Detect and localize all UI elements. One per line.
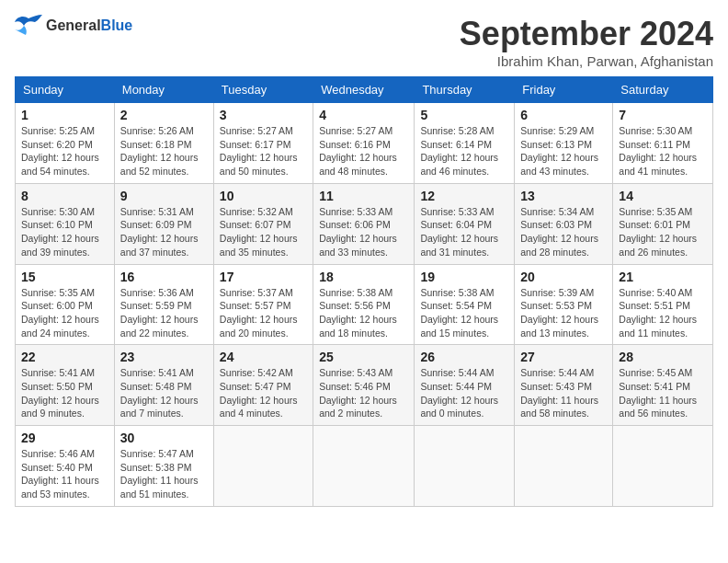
day-info: Sunrise: 5:27 AMSunset: 6:16 PMDaylight:… [319, 125, 397, 177]
logo-icon [15, 15, 42, 37]
day-info: Sunrise: 5:47 AMSunset: 5:38 PMDaylight:… [120, 448, 199, 500]
day-info: Sunrise: 5:28 AMSunset: 6:14 PMDaylight:… [420, 125, 498, 177]
calendar-cell: 28Sunrise: 5:45 AMSunset: 5:41 PMDayligh… [613, 345, 713, 426]
title-section: September 2024 Ibrahim Khan, Parwan, Afg… [460, 15, 713, 69]
logo-text: GeneralBlue [46, 17, 132, 34]
page-header: GeneralBlue September 2024 Ibrahim Khan,… [15, 15, 713, 69]
calendar-cell: 25Sunrise: 5:43 AMSunset: 5:46 PMDayligh… [313, 345, 415, 426]
day-number: 26 [420, 350, 508, 364]
calendar-cell: 13Sunrise: 5:34 AMSunset: 6:03 PMDayligh… [515, 183, 613, 264]
day-number: 5 [420, 108, 508, 122]
day-info: Sunrise: 5:41 AMSunset: 5:50 PMDaylight:… [21, 367, 99, 419]
calendar-cell: 15Sunrise: 5:35 AMSunset: 6:00 PMDayligh… [16, 264, 115, 345]
calendar-cell: 19Sunrise: 5:38 AMSunset: 5:54 PMDayligh… [415, 264, 515, 345]
calendar-cell [213, 426, 313, 507]
calendar-cell: 7Sunrise: 5:30 AMSunset: 6:11 PMDaylight… [613, 103, 713, 184]
day-info: Sunrise: 5:32 AMSunset: 6:07 PMDaylight:… [220, 206, 298, 258]
calendar-cell: 14Sunrise: 5:35 AMSunset: 6:01 PMDayligh… [613, 183, 713, 264]
calendar-cell: 23Sunrise: 5:41 AMSunset: 5:48 PMDayligh… [114, 345, 213, 426]
day-info: Sunrise: 5:38 AMSunset: 5:54 PMDaylight:… [420, 287, 498, 339]
day-info: Sunrise: 5:39 AMSunset: 5:53 PMDaylight:… [520, 287, 598, 339]
calendar-cell: 6Sunrise: 5:29 AMSunset: 6:13 PMDaylight… [515, 103, 613, 184]
day-info: Sunrise: 5:35 AMSunset: 6:00 PMDaylight:… [21, 287, 99, 339]
logo: GeneralBlue [15, 15, 132, 37]
day-number: 13 [520, 189, 607, 203]
calendar-cell: 18Sunrise: 5:38 AMSunset: 5:56 PMDayligh… [313, 264, 415, 345]
day-number: 27 [520, 350, 607, 364]
day-info: Sunrise: 5:40 AMSunset: 5:51 PMDaylight:… [619, 287, 697, 339]
day-info: Sunrise: 5:43 AMSunset: 5:46 PMDaylight:… [319, 367, 397, 419]
day-number: 11 [319, 189, 408, 203]
day-number: 6 [520, 108, 607, 122]
calendar-cell: 3Sunrise: 5:27 AMSunset: 6:17 PMDaylight… [213, 103, 313, 184]
day-number: 28 [619, 350, 707, 364]
col-thursday: Thursday [415, 77, 515, 103]
day-info: Sunrise: 5:33 AMSunset: 6:04 PMDaylight:… [420, 206, 498, 258]
day-number: 12 [420, 189, 508, 203]
col-monday: Monday [114, 77, 213, 103]
day-number: 17 [220, 270, 307, 284]
calendar-cell: 9Sunrise: 5:31 AMSunset: 6:09 PMDaylight… [114, 183, 213, 264]
day-info: Sunrise: 5:46 AMSunset: 5:40 PMDaylight:… [21, 448, 99, 500]
day-number: 1 [21, 108, 108, 122]
day-number: 16 [120, 270, 208, 284]
calendar-cell: 17Sunrise: 5:37 AMSunset: 5:57 PMDayligh… [213, 264, 313, 345]
day-number: 23 [120, 350, 208, 364]
calendar-cell: 30Sunrise: 5:47 AMSunset: 5:38 PMDayligh… [114, 426, 213, 507]
col-tuesday: Tuesday [213, 77, 313, 103]
calendar-cell: 29Sunrise: 5:46 AMSunset: 5:40 PMDayligh… [16, 426, 115, 507]
day-number: 15 [21, 270, 108, 284]
day-number: 9 [120, 189, 208, 203]
calendar-cell: 1Sunrise: 5:25 AMSunset: 6:20 PMDaylight… [16, 103, 115, 184]
day-info: Sunrise: 5:37 AMSunset: 5:57 PMDaylight:… [220, 287, 298, 339]
day-number: 3 [220, 108, 307, 122]
day-number: 19 [420, 270, 508, 284]
calendar-cell: 11Sunrise: 5:33 AMSunset: 6:06 PMDayligh… [313, 183, 415, 264]
calendar-cell: 21Sunrise: 5:40 AMSunset: 5:51 PMDayligh… [613, 264, 713, 345]
day-number: 30 [120, 431, 208, 445]
calendar-cell: 10Sunrise: 5:32 AMSunset: 6:07 PMDayligh… [213, 183, 313, 264]
day-info: Sunrise: 5:41 AMSunset: 5:48 PMDaylight:… [120, 367, 199, 419]
week-row-4: 29Sunrise: 5:46 AMSunset: 5:40 PMDayligh… [16, 426, 713, 507]
day-number: 21 [619, 270, 707, 284]
calendar-cell: 5Sunrise: 5:28 AMSunset: 6:14 PMDaylight… [415, 103, 515, 184]
calendar-cell [515, 426, 613, 507]
col-wednesday: Wednesday [313, 77, 415, 103]
week-row-2: 15Sunrise: 5:35 AMSunset: 6:00 PMDayligh… [16, 264, 713, 345]
day-info: Sunrise: 5:36 AMSunset: 5:59 PMDaylight:… [120, 287, 199, 339]
day-info: Sunrise: 5:25 AMSunset: 6:20 PMDaylight:… [21, 125, 99, 177]
calendar-cell [613, 426, 713, 507]
day-info: Sunrise: 5:45 AMSunset: 5:41 PMDaylight:… [619, 367, 697, 419]
day-info: Sunrise: 5:42 AMSunset: 5:47 PMDaylight:… [220, 367, 298, 419]
calendar-cell: 12Sunrise: 5:33 AMSunset: 6:04 PMDayligh… [415, 183, 515, 264]
calendar-cell [415, 426, 515, 507]
day-number: 24 [220, 350, 307, 364]
day-number: 8 [21, 189, 108, 203]
calendar-cell: 24Sunrise: 5:42 AMSunset: 5:47 PMDayligh… [213, 345, 313, 426]
calendar-cell: 20Sunrise: 5:39 AMSunset: 5:53 PMDayligh… [515, 264, 613, 345]
day-number: 2 [120, 108, 208, 122]
month-title: September 2024 [460, 15, 713, 53]
calendar-cell: 22Sunrise: 5:41 AMSunset: 5:50 PMDayligh… [16, 345, 115, 426]
day-info: Sunrise: 5:34 AMSunset: 6:03 PMDaylight:… [520, 206, 598, 258]
day-number: 20 [520, 270, 607, 284]
day-info: Sunrise: 5:26 AMSunset: 6:18 PMDaylight:… [120, 125, 199, 177]
location-subtitle: Ibrahim Khan, Parwan, Afghanistan [460, 53, 713, 69]
week-row-1: 8Sunrise: 5:30 AMSunset: 6:10 PMDaylight… [16, 183, 713, 264]
day-info: Sunrise: 5:30 AMSunset: 6:11 PMDaylight:… [619, 125, 697, 177]
day-info: Sunrise: 5:29 AMSunset: 6:13 PMDaylight:… [520, 125, 598, 177]
col-friday: Friday [515, 77, 613, 103]
week-row-3: 22Sunrise: 5:41 AMSunset: 5:50 PMDayligh… [16, 345, 713, 426]
day-number: 18 [319, 270, 408, 284]
calendar-cell: 26Sunrise: 5:44 AMSunset: 5:44 PMDayligh… [415, 345, 515, 426]
day-number: 22 [21, 350, 108, 364]
calendar-cell: 8Sunrise: 5:30 AMSunset: 6:10 PMDaylight… [16, 183, 115, 264]
day-number: 4 [319, 108, 408, 122]
calendar-cell: 2Sunrise: 5:26 AMSunset: 6:18 PMDaylight… [114, 103, 213, 184]
header-row: Sunday Monday Tuesday Wednesday Thursday… [16, 77, 713, 103]
calendar-cell [313, 426, 415, 507]
week-row-0: 1Sunrise: 5:25 AMSunset: 6:20 PMDaylight… [16, 103, 713, 184]
day-info: Sunrise: 5:31 AMSunset: 6:09 PMDaylight:… [120, 206, 199, 258]
day-info: Sunrise: 5:27 AMSunset: 6:17 PMDaylight:… [220, 125, 298, 177]
day-info: Sunrise: 5:44 AMSunset: 5:43 PMDaylight:… [520, 367, 598, 419]
